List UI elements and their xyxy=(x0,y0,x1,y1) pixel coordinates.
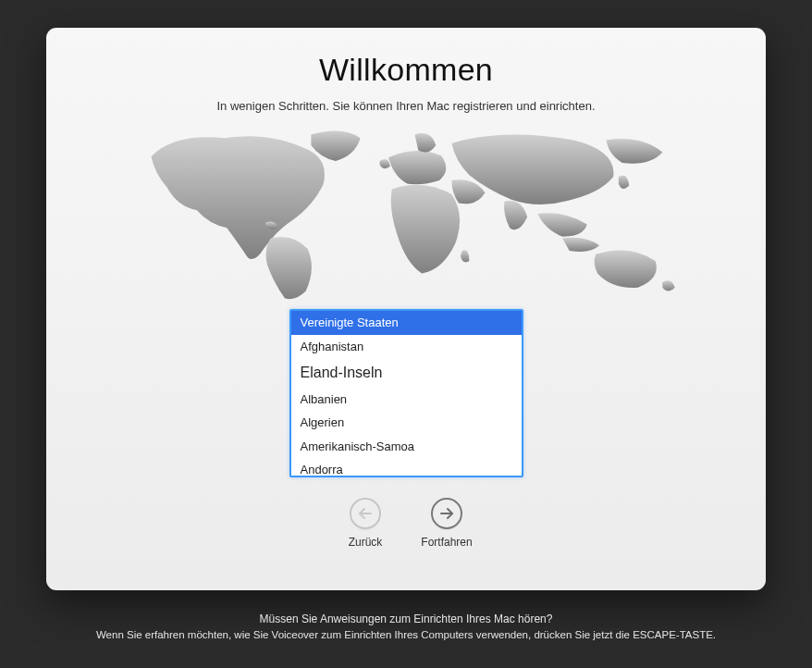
country-item[interactable]: Andorra xyxy=(291,458,522,477)
setup-panel: Willkommen In wenigen Schritten. Sie kön… xyxy=(46,28,766,590)
nav-buttons: Zurück Fortfahren xyxy=(338,498,474,549)
country-item[interactable]: Vereinigte Staaten xyxy=(291,311,522,335)
arrow-right-icon xyxy=(431,498,462,529)
voiceover-hint: Müssen Sie Anweisungen zum Einrichten Ih… xyxy=(0,611,812,643)
country-item[interactable]: Eland-Inseln xyxy=(291,358,522,388)
continue-label: Fortfahren xyxy=(421,536,472,549)
country-item[interactable]: Amerikanisch-Samoa xyxy=(291,435,522,459)
back-button[interactable]: Zurück xyxy=(338,498,393,549)
world-map-image xyxy=(110,126,702,302)
back-label: Zurück xyxy=(349,536,383,549)
page-subtitle: In wenigen Schritten. Sie können Ihren M… xyxy=(216,99,595,113)
page-title: Willkommen xyxy=(319,52,493,88)
country-item[interactable]: Afghanistan xyxy=(291,335,522,359)
country-item[interactable]: Algerien xyxy=(291,411,522,435)
country-listbox[interactable]: Vereinigte StaatenAfghanistanEland-Insel… xyxy=(289,309,523,477)
voiceover-hint-line1: Müssen Sie Anweisungen zum Einrichten Ih… xyxy=(18,611,794,627)
voiceover-hint-line2: Wenn Sie erfahren möchten, wie Sie Voice… xyxy=(18,627,794,643)
continue-button[interactable]: Fortfahren xyxy=(419,498,474,549)
country-item[interactable]: Albanien xyxy=(291,388,522,412)
arrow-left-icon xyxy=(350,498,381,529)
